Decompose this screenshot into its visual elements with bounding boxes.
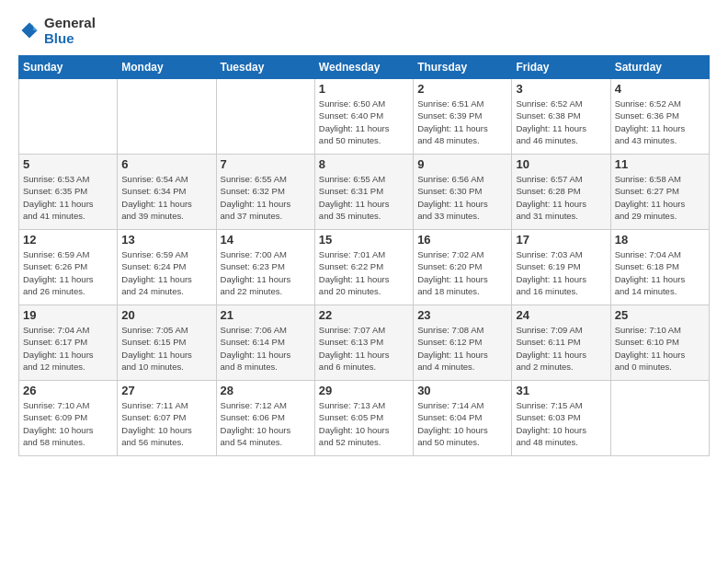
day-info: Sunrise: 7:01 AM Sunset: 6:22 PM Dayligh…: [319, 248, 409, 297]
day-number: 31: [516, 384, 606, 397]
day-info: Sunrise: 7:07 AM Sunset: 6:13 PM Dayligh…: [319, 324, 409, 373]
day-number: 9: [417, 157, 507, 171]
day-number: 18: [615, 233, 705, 247]
calendar-week-2: 5Sunrise: 6:53 AM Sunset: 6:35 PM Daylig…: [19, 155, 710, 230]
day-number: 27: [121, 384, 211, 397]
day-number: 5: [23, 157, 113, 171]
weekday-header-saturday: Saturday: [610, 56, 709, 79]
calendar-cell: 19Sunrise: 7:04 AM Sunset: 6:17 PM Dayli…: [19, 305, 118, 381]
day-number: 4: [615, 82, 705, 96]
day-info: Sunrise: 7:11 AM Sunset: 6:07 PM Dayligh…: [121, 399, 211, 448]
calendar-cell: 10Sunrise: 6:57 AM Sunset: 6:28 PM Dayli…: [512, 155, 610, 230]
day-info: Sunrise: 7:10 AM Sunset: 6:09 PM Dayligh…: [23, 399, 113, 448]
calendar-week-3: 12Sunrise: 6:59 AM Sunset: 6:26 PM Dayli…: [19, 230, 710, 305]
day-number: 7: [221, 157, 311, 171]
logo-text: General Blue: [44, 15, 96, 46]
day-number: 21: [221, 308, 311, 322]
day-number: 14: [221, 233, 311, 247]
calendar-cell: 13Sunrise: 6:59 AM Sunset: 6:24 PM Dayli…: [118, 230, 216, 305]
calendar-header: SundayMondayTuesdayWednesdayThursdayFrid…: [19, 56, 710, 79]
calendar-cell: 15Sunrise: 7:01 AM Sunset: 6:22 PM Dayli…: [314, 230, 413, 305]
day-number: 28: [221, 384, 311, 397]
calendar-week-1: 1Sunrise: 6:50 AM Sunset: 6:40 PM Daylig…: [19, 79, 710, 155]
day-info: Sunrise: 6:58 AM Sunset: 6:27 PM Dayligh…: [615, 173, 705, 222]
weekday-header-tuesday: Tuesday: [216, 56, 314, 79]
calendar-cell: 12Sunrise: 6:59 AM Sunset: 6:26 PM Dayli…: [19, 230, 118, 305]
day-info: Sunrise: 7:00 AM Sunset: 6:23 PM Dayligh…: [221, 248, 311, 297]
calendar-cell: 3Sunrise: 6:52 AM Sunset: 6:38 PM Daylig…: [512, 79, 610, 155]
day-info: Sunrise: 6:50 AM Sunset: 6:40 PM Dayligh…: [319, 98, 409, 146]
calendar-cell: 21Sunrise: 7:06 AM Sunset: 6:14 PM Dayli…: [216, 305, 314, 381]
weekday-header-wednesday: Wednesday: [314, 56, 413, 79]
day-info: Sunrise: 7:10 AM Sunset: 6:10 PM Dayligh…: [615, 324, 705, 373]
calendar-cell: 6Sunrise: 6:54 AM Sunset: 6:34 PM Daylig…: [118, 155, 216, 230]
calendar-cell: 30Sunrise: 7:14 AM Sunset: 6:04 PM Dayli…: [414, 381, 512, 456]
day-info: Sunrise: 6:55 AM Sunset: 6:31 PM Dayligh…: [319, 173, 409, 222]
day-number: 8: [319, 157, 409, 171]
day-info: Sunrise: 7:13 AM Sunset: 6:05 PM Dayligh…: [319, 399, 409, 448]
calendar-cell: [19, 79, 118, 155]
day-info: Sunrise: 7:03 AM Sunset: 6:19 PM Dayligh…: [516, 248, 606, 297]
day-info: Sunrise: 6:52 AM Sunset: 6:36 PM Dayligh…: [615, 98, 705, 146]
main-container: General Blue SundayMondayTuesdayWednesda…: [0, 0, 728, 465]
day-number: 13: [121, 233, 211, 247]
calendar-week-4: 19Sunrise: 7:04 AM Sunset: 6:17 PM Dayli…: [19, 305, 710, 381]
day-info: Sunrise: 7:05 AM Sunset: 6:15 PM Dayligh…: [121, 324, 211, 373]
day-number: 19: [23, 308, 113, 322]
day-number: 26: [23, 384, 113, 397]
day-number: 22: [319, 308, 409, 322]
calendar-cell: 25Sunrise: 7:10 AM Sunset: 6:10 PM Dayli…: [610, 305, 709, 381]
day-info: Sunrise: 7:12 AM Sunset: 6:06 PM Dayligh…: [221, 399, 311, 448]
logo: General Blue: [18, 15, 96, 46]
day-info: Sunrise: 7:06 AM Sunset: 6:14 PM Dayligh…: [221, 324, 311, 373]
calendar-cell: [610, 381, 709, 456]
day-info: Sunrise: 7:08 AM Sunset: 6:12 PM Dayligh…: [417, 324, 507, 373]
calendar-cell: 2Sunrise: 6:51 AM Sunset: 6:39 PM Daylig…: [414, 79, 512, 155]
calendar-cell: 7Sunrise: 6:55 AM Sunset: 6:32 PM Daylig…: [216, 155, 314, 230]
calendar-cell: 5Sunrise: 6:53 AM Sunset: 6:35 PM Daylig…: [19, 155, 118, 230]
calendar-cell: 8Sunrise: 6:55 AM Sunset: 6:31 PM Daylig…: [314, 155, 413, 230]
day-info: Sunrise: 6:55 AM Sunset: 6:32 PM Dayligh…: [221, 173, 311, 222]
calendar-cell: 16Sunrise: 7:02 AM Sunset: 6:20 PM Dayli…: [414, 230, 512, 305]
weekday-header-sunday: Sunday: [19, 56, 118, 79]
calendar-week-5: 26Sunrise: 7:10 AM Sunset: 6:09 PM Dayli…: [19, 381, 710, 456]
calendar-cell: [216, 79, 314, 155]
calendar-cell: 24Sunrise: 7:09 AM Sunset: 6:11 PM Dayli…: [512, 305, 610, 381]
day-number: 29: [319, 384, 409, 397]
day-number: 11: [615, 157, 705, 171]
day-info: Sunrise: 7:04 AM Sunset: 6:18 PM Dayligh…: [615, 248, 705, 297]
day-info: Sunrise: 6:54 AM Sunset: 6:34 PM Dayligh…: [121, 173, 211, 222]
weekday-header-thursday: Thursday: [414, 56, 512, 79]
calendar-cell: 26Sunrise: 7:10 AM Sunset: 6:09 PM Dayli…: [19, 381, 118, 456]
day-number: 15: [319, 233, 409, 247]
day-number: 2: [417, 82, 507, 96]
calendar-cell: 28Sunrise: 7:12 AM Sunset: 6:06 PM Dayli…: [216, 381, 314, 456]
day-number: 16: [417, 233, 507, 247]
calendar-cell: 23Sunrise: 7:08 AM Sunset: 6:12 PM Dayli…: [414, 305, 512, 381]
day-info: Sunrise: 6:59 AM Sunset: 6:26 PM Dayligh…: [23, 248, 113, 297]
calendar-cell: 17Sunrise: 7:03 AM Sunset: 6:19 PM Dayli…: [512, 230, 610, 305]
day-info: Sunrise: 6:57 AM Sunset: 6:28 PM Dayligh…: [516, 173, 606, 222]
day-number: 17: [516, 233, 606, 247]
day-number: 6: [121, 157, 211, 171]
calendar-cell: 31Sunrise: 7:15 AM Sunset: 6:03 PM Dayli…: [512, 381, 610, 456]
day-info: Sunrise: 6:53 AM Sunset: 6:35 PM Dayligh…: [23, 173, 113, 222]
logo-icon: [18, 19, 40, 41]
calendar-cell: 20Sunrise: 7:05 AM Sunset: 6:15 PM Dayli…: [118, 305, 216, 381]
day-number: 25: [615, 308, 705, 322]
calendar-table: SundayMondayTuesdayWednesdayThursdayFrid…: [18, 55, 710, 456]
day-number: 12: [23, 233, 113, 247]
day-info: Sunrise: 6:59 AM Sunset: 6:24 PM Dayligh…: [121, 248, 211, 297]
calendar-cell: 22Sunrise: 7:07 AM Sunset: 6:13 PM Dayli…: [314, 305, 413, 381]
day-number: 30: [417, 384, 507, 397]
calendar-cell: 1Sunrise: 6:50 AM Sunset: 6:40 PM Daylig…: [314, 79, 413, 155]
calendar-cell: 29Sunrise: 7:13 AM Sunset: 6:05 PM Dayli…: [314, 381, 413, 456]
calendar-body: 1Sunrise: 6:50 AM Sunset: 6:40 PM Daylig…: [19, 79, 710, 456]
day-number: 10: [516, 157, 606, 171]
day-info: Sunrise: 7:15 AM Sunset: 6:03 PM Dayligh…: [516, 399, 606, 448]
day-info: Sunrise: 6:56 AM Sunset: 6:30 PM Dayligh…: [417, 173, 507, 222]
calendar-cell: [118, 79, 216, 155]
calendar-cell: 11Sunrise: 6:58 AM Sunset: 6:27 PM Dayli…: [610, 155, 709, 230]
weekday-header-monday: Monday: [118, 56, 216, 79]
calendar-cell: 9Sunrise: 6:56 AM Sunset: 6:30 PM Daylig…: [414, 155, 512, 230]
